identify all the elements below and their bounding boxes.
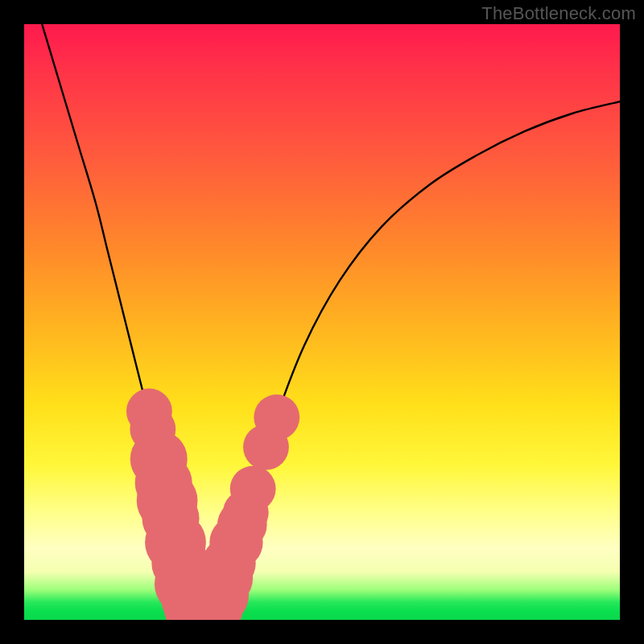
bottleneck-curve xyxy=(42,24,620,614)
marker-group xyxy=(126,389,299,620)
chart-svg xyxy=(24,24,620,620)
marker-dot xyxy=(254,394,299,440)
outer-frame: TheBottleneck.com xyxy=(0,0,644,644)
marker-dot xyxy=(230,466,276,512)
plot-area xyxy=(24,24,620,620)
watermark-text: TheBottleneck.com xyxy=(481,3,636,24)
